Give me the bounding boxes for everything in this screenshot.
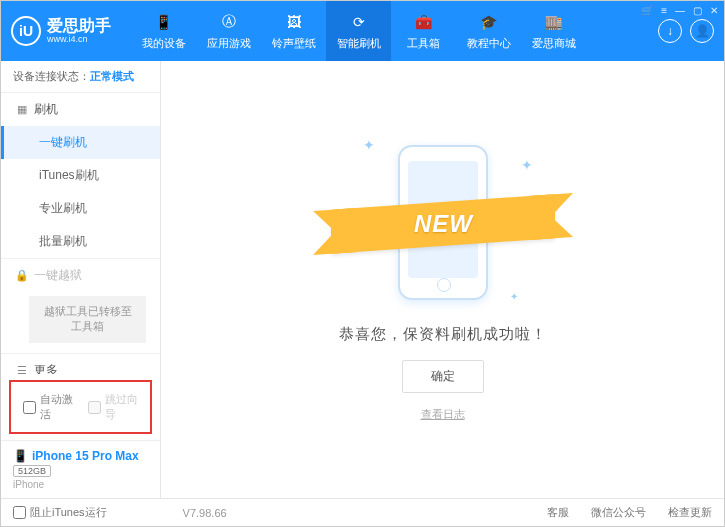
connection-value: 正常模式 (90, 70, 134, 82)
flash-icon: ▦ (15, 103, 28, 116)
nav-label: 教程中心 (467, 36, 511, 51)
sidebar-item-flash-1[interactable]: iTunes刷机 (1, 159, 160, 192)
jailbreak-note: 越狱工具已转移至 工具箱 (29, 296, 146, 343)
cart-icon[interactable]: 🛒 (641, 5, 653, 16)
maximize-icon[interactable]: ▢ (693, 5, 702, 16)
nav-item-3[interactable]: ⟳智能刷机 (326, 1, 391, 61)
nav-item-0[interactable]: 📱我的设备 (131, 1, 196, 61)
sidebar-group-more: ☰ 更多 其他工具下载固件高级功能 (1, 354, 160, 374)
success-illustration: ✦ ✦ ✦ NEW (343, 137, 543, 307)
brand: iU 爱思助手 www.i4.cn (11, 16, 131, 46)
nav-icon: ⟳ (349, 12, 369, 32)
logo-icon: iU (11, 16, 41, 46)
nav-item-6[interactable]: 🏬爱思商城 (521, 1, 586, 61)
close-icon[interactable]: ✕ (710, 5, 718, 16)
app-window: 🛒 ≡ — ▢ ✕ iU 爱思助手 www.i4.cn 📱我的设备Ⓐ应用游戏🖼铃… (0, 0, 725, 527)
nav-item-4[interactable]: 🧰工具箱 (391, 1, 456, 61)
footer-link-1[interactable]: 微信公众号 (591, 505, 646, 520)
sidebar-item-flash-2[interactable]: 专业刷机 (1, 192, 160, 225)
ok-button[interactable]: 确定 (402, 360, 484, 393)
phone-icon: 📱 (13, 449, 28, 463)
sidebar-head-more[interactable]: ☰ 更多 (1, 354, 160, 374)
block-itunes-checkbox[interactable]: 阻止iTunes运行 (13, 505, 107, 520)
connection-label: 设备连接状态： (13, 70, 90, 82)
window-controls: 🛒 ≡ — ▢ ✕ (641, 5, 718, 16)
menu-icon[interactable]: ≡ (661, 5, 667, 16)
body: 设备连接状态：正常模式 ▦ 刷机 一键刷机iTunes刷机专业刷机批量刷机 🔒 … (1, 61, 724, 498)
minimize-icon[interactable]: — (675, 5, 685, 16)
sidebar-head-flash-label: 刷机 (34, 101, 58, 118)
nav-icon: 🧰 (414, 12, 434, 32)
sidebar-head-more-label: 更多 (34, 362, 58, 374)
device-type: iPhone (13, 479, 148, 490)
top-nav: 📱我的设备Ⓐ应用游戏🖼铃声壁纸⟳智能刷机🧰工具箱🎓教程中心🏬爱思商城 (131, 1, 648, 61)
skip-guide-checkbox[interactable]: 跳过向导 (88, 392, 139, 422)
header: 🛒 ≡ — ▢ ✕ iU 爱思助手 www.i4.cn 📱我的设备Ⓐ应用游戏🖼铃… (1, 1, 724, 61)
checkbox-row: 自动激活 跳过向导 (9, 380, 152, 434)
main-content: ✦ ✦ ✦ NEW 恭喜您，保资料刷机成功啦！ 确定 查看日志 (161, 61, 724, 498)
device-name: iPhone 15 Pro Max (32, 449, 139, 463)
footer-links: 客服微信公众号检查更新 (547, 505, 712, 520)
nav-label: 爱思商城 (532, 36, 576, 51)
nav-item-5[interactable]: 🎓教程中心 (456, 1, 521, 61)
user-icon[interactable]: 👤 (690, 19, 714, 43)
brand-name: 爱思助手 (47, 17, 111, 35)
connection-status: 设备连接状态：正常模式 (1, 61, 160, 93)
more-icon: ☰ (15, 364, 28, 374)
sidebar: 设备连接状态：正常模式 ▦ 刷机 一键刷机iTunes刷机专业刷机批量刷机 🔒 … (1, 61, 161, 498)
new-ribbon: NEW (331, 194, 555, 254)
footer-link-0[interactable]: 客服 (547, 505, 569, 520)
nav-label: 应用游戏 (207, 36, 251, 51)
nav-label: 铃声壁纸 (272, 36, 316, 51)
version-label: V7.98.66 (183, 507, 227, 519)
nav-item-2[interactable]: 🖼铃声壁纸 (261, 1, 326, 61)
success-message: 恭喜您，保资料刷机成功啦！ (339, 325, 547, 344)
auto-activate-checkbox[interactable]: 自动激活 (23, 392, 74, 422)
sidebar-group-flash: ▦ 刷机 一键刷机iTunes刷机专业刷机批量刷机 (1, 93, 160, 259)
footer-link-2[interactable]: 检查更新 (668, 505, 712, 520)
sidebar-head-jailbreak-label: 一键越狱 (34, 267, 82, 284)
nav-icon: 🖼 (284, 12, 304, 32)
lock-icon: 🔒 (15, 269, 28, 282)
sidebar-head-jailbreak[interactable]: 🔒 一键越狱 (1, 259, 160, 292)
nav-item-1[interactable]: Ⓐ应用游戏 (196, 1, 261, 61)
nav-label: 我的设备 (142, 36, 186, 51)
brand-url: www.i4.cn (47, 35, 111, 45)
sidebar-item-flash-0[interactable]: 一键刷机 (1, 126, 160, 159)
device-info[interactable]: 📱iPhone 15 Pro Max 512GB iPhone (1, 440, 160, 498)
nav-icon: 🏬 (544, 12, 564, 32)
nav-icon: 🎓 (479, 12, 499, 32)
nav-icon: 📱 (154, 12, 174, 32)
nav-label: 智能刷机 (337, 36, 381, 51)
footer: 阻止iTunes运行 V7.98.66 客服微信公众号检查更新 (1, 498, 724, 526)
header-actions: ↓ 👤 (658, 19, 714, 43)
sidebar-scroll: ▦ 刷机 一键刷机iTunes刷机专业刷机批量刷机 🔒 一键越狱 越狱工具已转移… (1, 93, 160, 374)
sidebar-group-jailbreak: 🔒 一键越狱 越狱工具已转移至 工具箱 (1, 259, 160, 354)
view-log-link[interactable]: 查看日志 (421, 407, 465, 422)
sidebar-item-flash-3[interactable]: 批量刷机 (1, 225, 160, 258)
nav-label: 工具箱 (407, 36, 440, 51)
download-icon[interactable]: ↓ (658, 19, 682, 43)
device-storage: 512GB (13, 465, 51, 477)
nav-icon: Ⓐ (219, 12, 239, 32)
sidebar-head-flash[interactable]: ▦ 刷机 (1, 93, 160, 126)
